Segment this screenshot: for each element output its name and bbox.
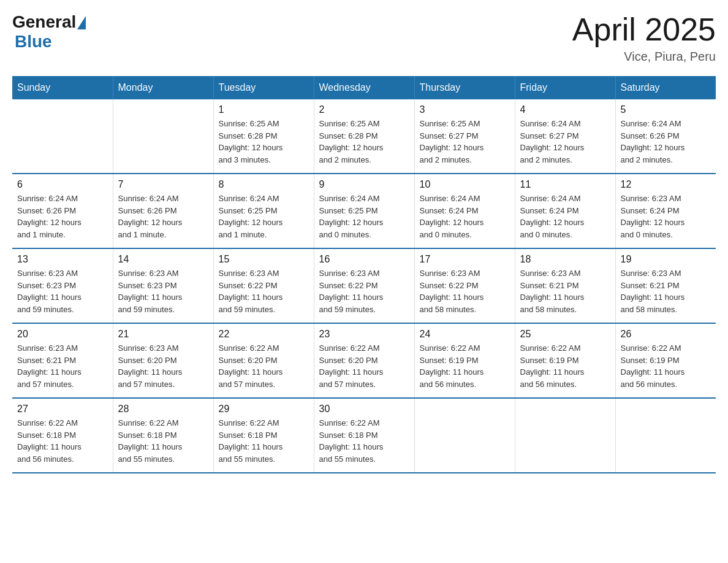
week-row-4: 20Sunrise: 6:23 AM Sunset: 6:21 PM Dayli… <box>12 323 716 398</box>
day-number: 6 <box>17 179 108 190</box>
calendar-cell: 28Sunrise: 6:22 AM Sunset: 6:18 PM Dayli… <box>113 398 213 473</box>
day-number: 27 <box>17 404 108 415</box>
header-thursday: Thursday <box>414 76 515 99</box>
day-number: 20 <box>17 329 108 340</box>
week-row-2: 6Sunrise: 6:24 AM Sunset: 6:26 PM Daylig… <box>12 174 716 248</box>
day-number: 19 <box>621 254 711 265</box>
calendar-cell: 23Sunrise: 6:22 AM Sunset: 6:20 PM Dayli… <box>314 323 414 398</box>
day-info: Sunrise: 6:24 AM Sunset: 6:27 PM Dayligh… <box>520 118 610 166</box>
day-number: 7 <box>118 179 208 190</box>
header-wednesday: Wednesday <box>314 76 414 99</box>
calendar-header-row: SundayMondayTuesdayWednesdayThursdayFrid… <box>12 76 716 99</box>
calendar-cell: 30Sunrise: 6:22 AM Sunset: 6:18 PM Dayli… <box>314 398 414 473</box>
calendar-table: SundayMondayTuesdayWednesdayThursdayFrid… <box>12 76 716 473</box>
calendar-cell: 12Sunrise: 6:23 AM Sunset: 6:24 PM Dayli… <box>615 174 716 248</box>
day-info: Sunrise: 6:24 AM Sunset: 6:24 PM Dayligh… <box>420 193 510 240</box>
day-number: 10 <box>420 179 510 190</box>
day-info: Sunrise: 6:22 AM Sunset: 6:19 PM Dayligh… <box>520 342 610 390</box>
day-number: 17 <box>420 254 510 265</box>
day-number: 8 <box>219 179 309 190</box>
logo-general-text: General <box>12 12 76 32</box>
calendar-cell: 2Sunrise: 6:25 AM Sunset: 6:28 PM Daylig… <box>314 99 414 174</box>
day-number: 29 <box>219 404 309 415</box>
day-info: Sunrise: 6:24 AM Sunset: 6:26 PM Dayligh… <box>621 118 711 166</box>
calendar-cell: 1Sunrise: 6:25 AM Sunset: 6:28 PM Daylig… <box>213 99 314 174</box>
day-info: Sunrise: 6:25 AM Sunset: 6:28 PM Dayligh… <box>319 118 409 166</box>
calendar-cell: 15Sunrise: 6:23 AM Sunset: 6:22 PM Dayli… <box>213 248 314 323</box>
header-sunday: Sunday <box>12 76 113 99</box>
logo: General Blue <box>12 12 86 52</box>
calendar-cell <box>515 398 615 473</box>
day-info: Sunrise: 6:23 AM Sunset: 6:20 PM Dayligh… <box>118 342 208 390</box>
day-number: 23 <box>319 329 409 340</box>
day-number: 4 <box>520 104 610 115</box>
calendar-cell: 22Sunrise: 6:22 AM Sunset: 6:20 PM Dayli… <box>213 323 314 398</box>
day-info: Sunrise: 6:23 AM Sunset: 6:22 PM Dayligh… <box>420 267 510 315</box>
day-number: 5 <box>621 104 711 115</box>
day-info: Sunrise: 6:23 AM Sunset: 6:24 PM Dayligh… <box>621 193 711 240</box>
header-monday: Monday <box>113 76 213 99</box>
day-number: 24 <box>420 329 510 340</box>
calendar-cell: 20Sunrise: 6:23 AM Sunset: 6:21 PM Dayli… <box>12 323 113 398</box>
day-info: Sunrise: 6:25 AM Sunset: 6:28 PM Dayligh… <box>219 118 309 166</box>
day-info: Sunrise: 6:24 AM Sunset: 6:26 PM Dayligh… <box>118 193 208 240</box>
calendar-cell: 13Sunrise: 6:23 AM Sunset: 6:23 PM Dayli… <box>12 248 113 323</box>
day-info: Sunrise: 6:22 AM Sunset: 6:18 PM Dayligh… <box>17 417 108 465</box>
calendar-cell: 16Sunrise: 6:23 AM Sunset: 6:22 PM Dayli… <box>314 248 414 323</box>
day-info: Sunrise: 6:24 AM Sunset: 6:25 PM Dayligh… <box>319 193 409 240</box>
day-number: 28 <box>118 404 208 415</box>
calendar-cell: 18Sunrise: 6:23 AM Sunset: 6:21 PM Dayli… <box>515 248 615 323</box>
week-row-3: 13Sunrise: 6:23 AM Sunset: 6:23 PM Dayli… <box>12 248 716 323</box>
location-subtitle: Vice, Piura, Peru <box>572 50 716 64</box>
day-info: Sunrise: 6:24 AM Sunset: 6:26 PM Dayligh… <box>17 193 108 240</box>
day-info: Sunrise: 6:24 AM Sunset: 6:25 PM Dayligh… <box>219 193 309 240</box>
header-tuesday: Tuesday <box>213 76 314 99</box>
logo-blue-text: Blue <box>15 32 52 52</box>
day-number: 14 <box>118 254 208 265</box>
calendar-cell: 11Sunrise: 6:24 AM Sunset: 6:24 PM Dayli… <box>515 174 615 248</box>
day-info: Sunrise: 6:22 AM Sunset: 6:18 PM Dayligh… <box>118 417 208 465</box>
calendar-cell <box>113 99 213 174</box>
calendar-cell <box>414 398 515 473</box>
week-row-1: 1Sunrise: 6:25 AM Sunset: 6:28 PM Daylig… <box>12 99 716 174</box>
calendar-cell <box>615 398 716 473</box>
calendar-cell: 5Sunrise: 6:24 AM Sunset: 6:26 PM Daylig… <box>615 99 716 174</box>
day-number: 21 <box>118 329 208 340</box>
day-number: 12 <box>621 179 711 190</box>
day-number: 26 <box>621 329 711 340</box>
day-info: Sunrise: 6:23 AM Sunset: 6:21 PM Dayligh… <box>17 342 108 390</box>
calendar-cell: 29Sunrise: 6:22 AM Sunset: 6:18 PM Dayli… <box>213 398 314 473</box>
day-info: Sunrise: 6:23 AM Sunset: 6:22 PM Dayligh… <box>219 267 309 315</box>
day-info: Sunrise: 6:25 AM Sunset: 6:27 PM Dayligh… <box>420 118 510 166</box>
main-title: April 2025 <box>572 12 716 47</box>
calendar-cell: 6Sunrise: 6:24 AM Sunset: 6:26 PM Daylig… <box>12 174 113 248</box>
day-info: Sunrise: 6:23 AM Sunset: 6:22 PM Dayligh… <box>319 267 409 315</box>
day-info: Sunrise: 6:22 AM Sunset: 6:18 PM Dayligh… <box>319 417 409 465</box>
calendar-cell: 24Sunrise: 6:22 AM Sunset: 6:19 PM Dayli… <box>414 323 515 398</box>
calendar-cell: 21Sunrise: 6:23 AM Sunset: 6:20 PM Dayli… <box>113 323 213 398</box>
day-info: Sunrise: 6:23 AM Sunset: 6:21 PM Dayligh… <box>520 267 610 315</box>
header-saturday: Saturday <box>615 76 716 99</box>
calendar-cell: 8Sunrise: 6:24 AM Sunset: 6:25 PM Daylig… <box>213 174 314 248</box>
day-number: 18 <box>520 254 610 265</box>
day-info: Sunrise: 6:23 AM Sunset: 6:23 PM Dayligh… <box>17 267 108 315</box>
calendar-cell: 17Sunrise: 6:23 AM Sunset: 6:22 PM Dayli… <box>414 248 515 323</box>
calendar-cell: 10Sunrise: 6:24 AM Sunset: 6:24 PM Dayli… <box>414 174 515 248</box>
header-friday: Friday <box>515 76 615 99</box>
day-number: 25 <box>520 329 610 340</box>
calendar-cell: 26Sunrise: 6:22 AM Sunset: 6:19 PM Dayli… <box>615 323 716 398</box>
day-number: 11 <box>520 179 610 190</box>
day-info: Sunrise: 6:23 AM Sunset: 6:21 PM Dayligh… <box>621 267 711 315</box>
calendar-cell: 25Sunrise: 6:22 AM Sunset: 6:19 PM Dayli… <box>515 323 615 398</box>
day-number: 30 <box>319 404 409 415</box>
calendar-cell: 14Sunrise: 6:23 AM Sunset: 6:23 PM Dayli… <box>113 248 213 323</box>
day-number: 9 <box>319 179 409 190</box>
day-info: Sunrise: 6:22 AM Sunset: 6:20 PM Dayligh… <box>319 342 409 390</box>
day-info: Sunrise: 6:23 AM Sunset: 6:23 PM Dayligh… <box>118 267 208 315</box>
day-number: 13 <box>17 254 108 265</box>
calendar-cell: 19Sunrise: 6:23 AM Sunset: 6:21 PM Dayli… <box>615 248 716 323</box>
calendar-cell: 27Sunrise: 6:22 AM Sunset: 6:18 PM Dayli… <box>12 398 113 473</box>
page-header: General Blue April 2025 Vice, Piura, Per… <box>12 12 716 64</box>
week-row-5: 27Sunrise: 6:22 AM Sunset: 6:18 PM Dayli… <box>12 398 716 473</box>
day-info: Sunrise: 6:22 AM Sunset: 6:19 PM Dayligh… <box>621 342 711 390</box>
